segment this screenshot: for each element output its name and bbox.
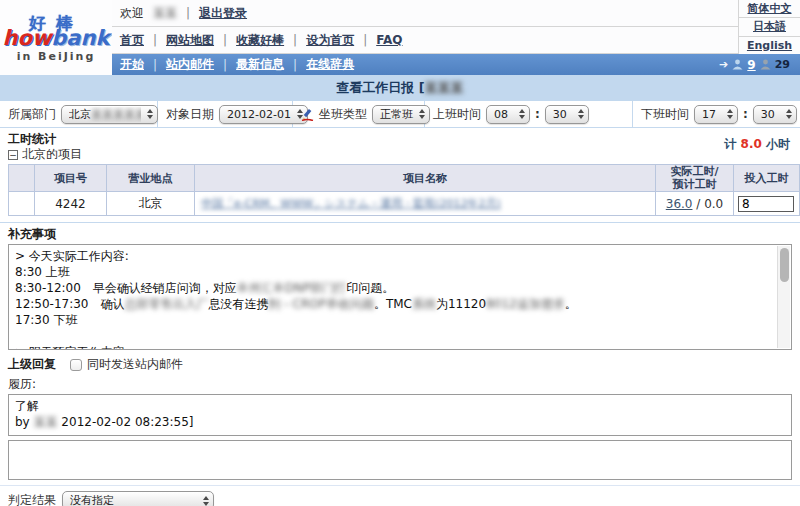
- header-project-no: 项目号: [35, 165, 107, 192]
- shift-type-label: 坐班类型: [319, 106, 367, 123]
- verdict-row: 判定结果 没有指定: [0, 485, 800, 506]
- total-hours: 计 8.0 小时: [724, 136, 790, 153]
- hours-section-header: 工时统计 − 北京的项目 计 8.0 小时: [0, 128, 800, 162]
- menu-latest-info[interactable]: 最新信息: [236, 56, 284, 73]
- start-minute-select[interactable]: 30: [545, 105, 589, 124]
- verdict-select[interactable]: 没有指定: [62, 491, 214, 506]
- select-arrows-icon: [203, 496, 209, 506]
- project-hours-table: 项目号 营业地点 项目名称 实际工时/预计工时 投入工时 4242 北京 中国「…: [8, 164, 800, 216]
- online-count-link[interactable]: 9: [747, 58, 755, 72]
- location-cell: 北京: [107, 192, 195, 216]
- table-row: 4242 北京 中国「e-CRM、WWW」システム－運用・監視(2012年2月)…: [9, 192, 800, 216]
- header-location: 营业地点: [107, 165, 195, 192]
- end-time-label: 下班时间: [641, 106, 689, 123]
- supplement-title: 补充事项: [8, 227, 792, 242]
- end-minute-select[interactable]: 30: [753, 105, 797, 124]
- start-hour-select[interactable]: 08: [486, 105, 530, 124]
- language-switcher: 简体中文 日本語 English: [738, 0, 800, 54]
- report-settings-row: 所属部门 北京某某某某某部 对象日期 2012-02-01 坐班类型 正常班 上…: [0, 101, 800, 128]
- page-title-band: 查看工作日报 [某某某: [0, 75, 800, 101]
- supplement-section: 补充事项 > 今天实际工作内容:8:30 上班8:30-12:00 早会确认经销…: [0, 223, 800, 350]
- divider: [186, 6, 190, 20]
- select-arrows-icon: [727, 109, 733, 119]
- header-empty: [9, 165, 35, 192]
- total-hours-value: 8.0: [741, 137, 762, 151]
- reply-section-title: 上级回复: [8, 357, 56, 372]
- report-owner-name: 某某某: [425, 80, 464, 95]
- target-date-label: 对象日期: [166, 106, 214, 123]
- department-select[interactable]: 北京某某某某某部: [61, 105, 158, 124]
- logo-subtitle: in BeiJing: [17, 51, 96, 62]
- nav-home[interactable]: 首页: [120, 32, 144, 49]
- actual-hours-link[interactable]: 36.0: [666, 197, 693, 211]
- lang-english[interactable]: English: [747, 39, 792, 52]
- send-mail-label: 同时发送站内邮件: [87, 356, 183, 373]
- lang-simplified-chinese[interactable]: 简体中文: [748, 1, 792, 16]
- nav-sitemap[interactable]: 网站地图: [166, 32, 214, 49]
- arrow-icon: ➔: [719, 58, 728, 71]
- verdict-label: 判定结果: [8, 492, 56, 506]
- howbank-logo[interactable]: 好棒 howbank in BeiJing: [0, 0, 112, 75]
- header-input-hours: 投入工时: [734, 165, 800, 192]
- edit-pencil-icon: [301, 108, 314, 121]
- lang-japanese[interactable]: 日本語: [753, 19, 786, 34]
- header-actual-planned: 实际工时/预计工时: [656, 165, 734, 192]
- project-no-cell: 4242: [35, 192, 107, 216]
- page-title: 查看工作日报 [某某某: [336, 79, 463, 97]
- time-colon: :: [743, 107, 748, 121]
- project-group-label: 北京的项目: [22, 147, 82, 162]
- online-user-icon: [732, 59, 743, 70]
- nav-bookmark[interactable]: 收藏好棒: [236, 32, 284, 49]
- history-label: 履历:: [8, 377, 792, 392]
- header-project-name: 项目名称: [195, 165, 656, 192]
- table-header-row: 项目号 营业地点 项目名称 实际工时/预计工时 投入工时: [9, 165, 800, 192]
- menu-start[interactable]: 开始: [120, 56, 144, 73]
- project-name-link[interactable]: 中国「e-CRM、WWW」システム－運用・監視(2012年2月): [201, 197, 501, 210]
- main-menu-bar: 开始 站内邮件 最新信息 在线辞典 ➔ 9 29: [112, 54, 800, 75]
- actual-planned-cell: 36.0 / 0.0: [656, 192, 734, 216]
- scrollbar-thumb[interactable]: [780, 248, 789, 282]
- select-arrows-icon: [147, 109, 153, 119]
- logo-english-text: howbank: [3, 28, 110, 49]
- history-textarea[interactable]: 了解by 某某 2012-02-02 08:23:55]: [8, 394, 792, 436]
- logout-link[interactable]: 退出登录: [199, 5, 247, 22]
- supplement-textarea[interactable]: > 今天实际工作内容:8:30 上班8:30-12:00 早会确认经销店问询，对…: [8, 244, 792, 350]
- shift-type-select[interactable]: 正常班: [372, 105, 430, 124]
- nav-faq[interactable]: FAQ: [376, 33, 402, 47]
- send-mail-checkbox[interactable]: [70, 359, 82, 371]
- department-label: 所属部门: [8, 106, 56, 123]
- end-hour-select[interactable]: 17: [694, 105, 738, 124]
- welcome-row: 欢迎 某某 退出登录: [112, 0, 738, 27]
- scrollbar[interactable]: [777, 246, 790, 348]
- input-hours-cell: [734, 192, 800, 216]
- page-header: 好棒 howbank in BeiJing 欢迎 某某 退出登录 首页 网站地图…: [0, 0, 800, 75]
- menu-online-dictionary[interactable]: 在线辞典: [306, 56, 354, 73]
- total-user-icon: [760, 59, 771, 70]
- collapse-minus-icon[interactable]: −: [8, 150, 18, 160]
- select-arrows-icon: [519, 109, 525, 119]
- start-time-label: 上班时间: [433, 106, 481, 123]
- project-name-cell: 中国「e-CRM、WWW」システム－運用・監視(2012年2月): [195, 192, 656, 216]
- time-colon: :: [535, 107, 540, 121]
- reply-textarea[interactable]: [8, 440, 792, 480]
- welcome-username: 某某: [153, 5, 177, 22]
- menu-internal-mail[interactable]: 站内邮件: [166, 56, 214, 73]
- select-arrows-icon: [578, 109, 584, 119]
- total-count: 29: [775, 58, 790, 71]
- supervisor-reply-section: 上级回复 同时发送站内邮件 履历: 了解by 某某 2012-02-02 08:…: [0, 350, 800, 480]
- select-arrows-icon: [786, 109, 792, 119]
- welcome-label: 欢迎: [120, 5, 144, 22]
- hours-section-title: 工时统计: [8, 132, 792, 147]
- input-hours-field[interactable]: [738, 196, 794, 212]
- nav-set-homepage[interactable]: 设为首页: [306, 32, 354, 49]
- site-nav-row: 首页 网站地图 收藏好棒 设为首页 FAQ: [112, 27, 738, 54]
- row-empty-cell: [9, 192, 35, 216]
